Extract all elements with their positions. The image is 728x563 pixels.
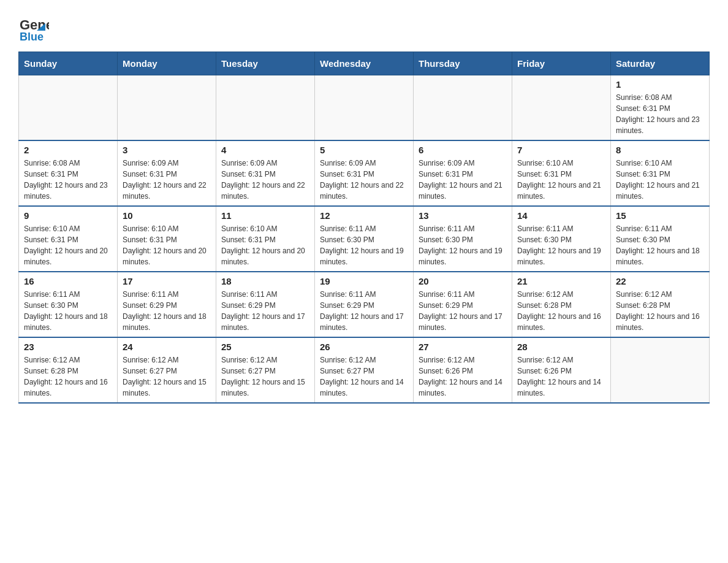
day-info: Sunrise: 6:10 AMSunset: 6:31 PMDaylight:… <box>123 223 211 267</box>
calendar-cell <box>19 75 118 141</box>
weekday-header-monday: Monday <box>118 52 216 75</box>
calendar-cell: 2Sunrise: 6:08 AMSunset: 6:31 PMDaylight… <box>19 140 118 206</box>
day-info: Sunrise: 6:10 AMSunset: 6:31 PMDaylight:… <box>24 223 112 267</box>
day-info: Sunrise: 6:10 AMSunset: 6:31 PMDaylight:… <box>517 158 605 202</box>
weekday-header-thursday: Thursday <box>414 52 512 75</box>
day-number: 15 <box>616 210 704 221</box>
day-info: Sunrise: 6:11 AMSunset: 6:30 PMDaylight:… <box>24 289 112 333</box>
calendar-cell: 8Sunrise: 6:10 AMSunset: 6:31 PMDaylight… <box>611 140 710 206</box>
calendar-cell: 11Sunrise: 6:10 AMSunset: 6:31 PMDayligh… <box>216 206 315 272</box>
calendar-table: SundayMondayTuesdayWednesdayThursdayFrid… <box>18 52 710 404</box>
calendar-week-1: 1Sunrise: 6:08 AMSunset: 6:31 PMDaylight… <box>19 75 710 141</box>
calendar-cell: 22Sunrise: 6:12 AMSunset: 6:28 PMDayligh… <box>611 272 710 337</box>
calendar-cell: 6Sunrise: 6:09 AMSunset: 6:31 PMDaylight… <box>414 140 512 206</box>
calendar-week-4: 16Sunrise: 6:11 AMSunset: 6:30 PMDayligh… <box>19 272 710 337</box>
weekday-header-saturday: Saturday <box>611 52 710 75</box>
day-number: 13 <box>419 210 507 221</box>
calendar-week-3: 9Sunrise: 6:10 AMSunset: 6:31 PMDaylight… <box>19 206 710 272</box>
weekday-header-sunday: Sunday <box>19 52 118 75</box>
calendar-cell: 25Sunrise: 6:12 AMSunset: 6:27 PMDayligh… <box>216 337 315 403</box>
day-info: Sunrise: 6:12 AMSunset: 6:28 PMDaylight:… <box>616 289 704 333</box>
day-number: 8 <box>616 145 704 155</box>
svg-text:Blue: Blue <box>20 31 44 43</box>
calendar-cell: 5Sunrise: 6:09 AMSunset: 6:31 PMDaylight… <box>315 140 414 206</box>
calendar-cell: 16Sunrise: 6:11 AMSunset: 6:30 PMDayligh… <box>19 272 118 337</box>
day-info: Sunrise: 6:08 AMSunset: 6:31 PMDaylight:… <box>616 92 704 136</box>
day-number: 1 <box>616 79 704 90</box>
calendar-cell: 27Sunrise: 6:12 AMSunset: 6:26 PMDayligh… <box>414 337 512 403</box>
day-info: Sunrise: 6:12 AMSunset: 6:26 PMDaylight:… <box>419 354 507 399</box>
day-info: Sunrise: 6:11 AMSunset: 6:29 PMDaylight:… <box>419 289 507 333</box>
day-number: 24 <box>123 342 211 352</box>
day-info: Sunrise: 6:11 AMSunset: 6:30 PMDaylight:… <box>419 223 507 267</box>
calendar-cell <box>414 75 512 141</box>
calendar-cell <box>118 75 216 141</box>
calendar-week-5: 23Sunrise: 6:12 AMSunset: 6:28 PMDayligh… <box>19 337 710 403</box>
calendar-cell: 14Sunrise: 6:11 AMSunset: 6:30 PMDayligh… <box>512 206 611 272</box>
day-number: 17 <box>123 276 211 286</box>
day-info: Sunrise: 6:11 AMSunset: 6:29 PMDaylight:… <box>320 289 408 333</box>
day-info: Sunrise: 6:12 AMSunset: 6:27 PMDaylight:… <box>221 354 309 399</box>
day-number: 26 <box>320 342 408 352</box>
day-number: 7 <box>517 145 605 155</box>
day-number: 19 <box>320 276 408 286</box>
calendar-cell: 21Sunrise: 6:12 AMSunset: 6:28 PMDayligh… <box>512 272 611 337</box>
calendar-cell: 19Sunrise: 6:11 AMSunset: 6:29 PMDayligh… <box>315 272 414 337</box>
calendar-cell: 26Sunrise: 6:12 AMSunset: 6:27 PMDayligh… <box>315 337 414 403</box>
calendar-cell: 23Sunrise: 6:12 AMSunset: 6:28 PMDayligh… <box>19 337 118 403</box>
logo: General Blue <box>18 12 49 45</box>
calendar-cell: 24Sunrise: 6:12 AMSunset: 6:27 PMDayligh… <box>118 337 216 403</box>
day-number: 18 <box>221 276 309 286</box>
day-info: Sunrise: 6:12 AMSunset: 6:28 PMDaylight:… <box>517 289 605 333</box>
calendar-cell: 4Sunrise: 6:09 AMSunset: 6:31 PMDaylight… <box>216 140 315 206</box>
weekday-header-friday: Friday <box>512 52 611 75</box>
calendar-cell: 20Sunrise: 6:11 AMSunset: 6:29 PMDayligh… <box>414 272 512 337</box>
calendar-cell <box>512 75 611 141</box>
calendar-cell: 7Sunrise: 6:10 AMSunset: 6:31 PMDaylight… <box>512 140 611 206</box>
day-info: Sunrise: 6:11 AMSunset: 6:29 PMDaylight:… <box>123 289 211 333</box>
day-number: 10 <box>123 210 211 221</box>
day-number: 27 <box>419 342 507 352</box>
calendar-cell <box>216 75 315 141</box>
calendar-cell: 12Sunrise: 6:11 AMSunset: 6:30 PMDayligh… <box>315 206 414 272</box>
day-number: 2 <box>24 145 112 155</box>
calendar-cell <box>611 337 710 403</box>
calendar-body: 1Sunrise: 6:08 AMSunset: 6:31 PMDaylight… <box>19 75 710 404</box>
day-info: Sunrise: 6:10 AMSunset: 6:31 PMDaylight:… <box>221 223 309 267</box>
day-info: Sunrise: 6:09 AMSunset: 6:31 PMDaylight:… <box>419 158 507 202</box>
calendar-cell: 9Sunrise: 6:10 AMSunset: 6:31 PMDaylight… <box>19 206 118 272</box>
day-number: 21 <box>517 276 605 286</box>
calendar-cell: 10Sunrise: 6:10 AMSunset: 6:31 PMDayligh… <box>118 206 216 272</box>
day-info: Sunrise: 6:12 AMSunset: 6:27 PMDaylight:… <box>123 354 211 399</box>
day-number: 23 <box>24 342 112 352</box>
day-number: 14 <box>517 210 605 221</box>
day-number: 3 <box>123 145 211 155</box>
day-number: 12 <box>320 210 408 221</box>
day-number: 28 <box>517 342 605 352</box>
day-info: Sunrise: 6:11 AMSunset: 6:29 PMDaylight:… <box>221 289 309 333</box>
day-info: Sunrise: 6:11 AMSunset: 6:30 PMDaylight:… <box>616 223 704 267</box>
day-number: 25 <box>221 342 309 352</box>
day-info: Sunrise: 6:12 AMSunset: 6:26 PMDaylight:… <box>517 354 605 399</box>
day-number: 4 <box>221 145 309 155</box>
day-info: Sunrise: 6:11 AMSunset: 6:30 PMDaylight:… <box>517 223 605 267</box>
calendar-cell: 13Sunrise: 6:11 AMSunset: 6:30 PMDayligh… <box>414 206 512 272</box>
day-number: 22 <box>616 276 704 286</box>
calendar-cell: 18Sunrise: 6:11 AMSunset: 6:29 PMDayligh… <box>216 272 315 337</box>
page-header: General Blue <box>18 12 710 45</box>
day-info: Sunrise: 6:09 AMSunset: 6:31 PMDaylight:… <box>123 158 211 202</box>
weekday-header-tuesday: Tuesday <box>216 52 315 75</box>
calendar-cell <box>315 75 414 141</box>
calendar-header: SundayMondayTuesdayWednesdayThursdayFrid… <box>19 52 710 75</box>
day-number: 20 <box>419 276 507 286</box>
day-number: 11 <box>221 210 309 221</box>
day-number: 9 <box>24 210 112 221</box>
day-number: 5 <box>320 145 408 155</box>
day-info: Sunrise: 6:09 AMSunset: 6:31 PMDaylight:… <box>221 158 309 202</box>
day-number: 6 <box>419 145 507 155</box>
day-info: Sunrise: 6:11 AMSunset: 6:30 PMDaylight:… <box>320 223 408 267</box>
calendar-cell: 1Sunrise: 6:08 AMSunset: 6:31 PMDaylight… <box>611 75 710 141</box>
weekday-header-wednesday: Wednesday <box>315 52 414 75</box>
day-number: 16 <box>24 276 112 286</box>
calendar-cell: 28Sunrise: 6:12 AMSunset: 6:26 PMDayligh… <box>512 337 611 403</box>
